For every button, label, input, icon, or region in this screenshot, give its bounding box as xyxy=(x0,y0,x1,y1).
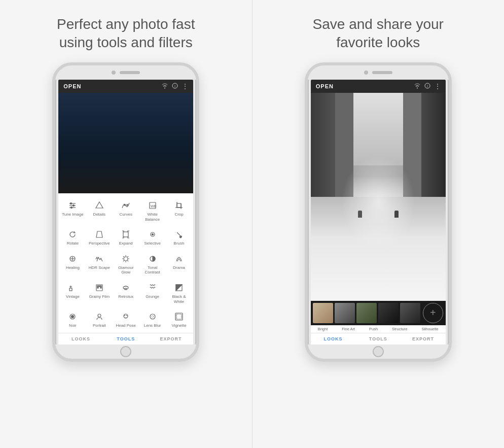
svg-line-33 xyxy=(123,260,124,261)
add-look-button[interactable]: + xyxy=(423,303,443,323)
drama-label: Drama xyxy=(173,265,185,270)
speaker-right xyxy=(372,71,392,74)
svg-line-32 xyxy=(128,256,129,257)
tool-retrolux[interactable]: Retrolux xyxy=(114,280,138,306)
left-panel: Perfect any photo fastusing tools and fi… xyxy=(0,0,252,448)
more-icon-left[interactable]: ⋮ xyxy=(182,83,188,90)
svg-point-48 xyxy=(71,316,74,318)
right-app-title: OPEN xyxy=(316,83,334,89)
svg-line-31 xyxy=(128,260,129,261)
svg-rect-54 xyxy=(176,314,182,319)
right-app-bar: OPEN i ⋮ xyxy=(311,80,446,93)
grainy-film-label: Grainy Film xyxy=(89,294,110,299)
left-bottom-tabs: LOOKS TOOLS EXPORT xyxy=(58,333,193,344)
tune-icon xyxy=(68,200,77,211)
right-headline: Save and share yourfavorite looks xyxy=(313,15,444,52)
tool-head-pose[interactable]: Head Pose xyxy=(114,308,138,331)
tonal-contrast-label: Tonal Contrast xyxy=(141,265,163,275)
tool-hdr-scape[interactable]: HDR Scape xyxy=(87,251,112,278)
noir-label: Noir xyxy=(69,323,77,328)
svg-marker-17 xyxy=(96,231,102,237)
tool-crop[interactable]: Crop xyxy=(167,197,191,224)
healing-icon xyxy=(68,253,77,264)
retrolux-label: Retrolux xyxy=(118,294,133,299)
look-thumb-bright[interactable] xyxy=(313,303,333,323)
hdr-scape-label: HDR Scape xyxy=(89,265,110,270)
tab-export-left[interactable]: EXPORT xyxy=(149,336,194,341)
rotate-label: Rotate xyxy=(67,241,79,246)
tool-glamour-glow[interactable]: Glamour Glow xyxy=(114,251,138,278)
look-thumb-silhouette[interactable] xyxy=(400,303,420,323)
white-balance-label: White Balance xyxy=(141,212,163,222)
svg-marker-8 xyxy=(96,202,103,208)
tool-curves[interactable]: Curves xyxy=(114,197,138,224)
tool-noir[interactable]: Noir xyxy=(60,308,85,331)
figure-right xyxy=(394,211,399,218)
svg-point-52 xyxy=(152,316,154,318)
tool-healing[interactable]: Healing xyxy=(60,251,85,278)
svg-rect-18 xyxy=(123,232,128,237)
svg-point-50 xyxy=(124,314,128,318)
tool-expand[interactable]: Expand xyxy=(114,226,138,249)
expand-icon xyxy=(121,229,130,240)
svg-rect-42 xyxy=(97,287,98,288)
phone-top-bar-right xyxy=(308,65,449,80)
rotate-icon xyxy=(68,229,77,240)
tool-portrait[interactable]: Portrait xyxy=(87,308,112,331)
vintage-icon xyxy=(68,282,77,293)
tune-image-label: Tune Image xyxy=(62,212,83,217)
tool-details[interactable]: Details xyxy=(87,197,112,224)
right-phone: OPEN i ⋮ xyxy=(305,62,452,362)
svg-point-25 xyxy=(124,257,128,261)
bw-city-photo xyxy=(311,93,446,301)
speaker-left xyxy=(120,71,140,74)
wb-icon: WB xyxy=(148,200,157,211)
svg-rect-35 xyxy=(69,288,72,291)
wifi-icon-right[interactable] xyxy=(414,83,420,90)
tab-looks-left[interactable]: LOOKS xyxy=(58,336,103,341)
tool-tonal-contrast[interactable]: Tonal Contrast xyxy=(140,251,164,278)
brush-icon xyxy=(174,229,184,240)
tool-lens-blur[interactable]: Lens Blur xyxy=(140,308,164,331)
tab-tools-left[interactable]: TOOLS xyxy=(103,336,149,341)
tool-vintage[interactable]: Vintage xyxy=(60,280,85,306)
tab-export-right[interactable]: EXPORT xyxy=(401,336,446,341)
look-label-structure: Structure xyxy=(392,327,407,331)
wifi-icon[interactable] xyxy=(162,83,168,90)
tab-tools-right[interactable]: TOOLS xyxy=(355,336,401,341)
lensblur-icon xyxy=(148,311,157,322)
home-button-left[interactable] xyxy=(120,346,131,357)
info-icon-right[interactable]: i xyxy=(424,83,430,90)
more-icon-right[interactable]: ⋮ xyxy=(435,83,441,90)
tool-tune-image[interactable]: Tune Image xyxy=(60,197,85,224)
details-label: Details xyxy=(93,212,105,217)
look-thumb-push[interactable] xyxy=(356,303,377,323)
info-icon-left[interactable]: i xyxy=(172,83,178,90)
look-label-fine-art: Fine Art xyxy=(342,327,355,331)
home-button-right[interactable] xyxy=(373,346,384,357)
portrait-label: Portrait xyxy=(93,323,106,328)
look-thumb-fine-art[interactable] xyxy=(335,303,355,323)
look-thumb-structure[interactable] xyxy=(378,303,399,323)
look-label-silhouette: Silhouette xyxy=(421,327,438,331)
tool-rotate[interactable]: Rotate xyxy=(60,226,85,249)
tool-brush[interactable]: Brush xyxy=(167,226,191,249)
tool-drama[interactable]: Drama xyxy=(167,251,191,278)
tab-looks-right[interactable]: LOOKS xyxy=(311,336,356,341)
portrait-icon xyxy=(95,311,104,322)
svg-rect-16 xyxy=(177,203,181,208)
svg-point-5 xyxy=(73,205,75,206)
right-app-icons: i ⋮ xyxy=(414,83,441,90)
left-headline: Perfect any photo fastusing tools and fi… xyxy=(57,15,195,52)
tool-grunge[interactable]: Grunge xyxy=(140,280,164,306)
grunge-label: Grunge xyxy=(146,294,159,299)
tool-perspective[interactable]: Perspective xyxy=(87,226,112,249)
drama-icon xyxy=(174,253,184,264)
tool-grainy-film[interactable]: Grainy Film xyxy=(87,280,112,306)
tool-selective[interactable]: Selective xyxy=(140,226,164,249)
tool-vignette[interactable]: Vignette xyxy=(167,308,191,331)
tool-white-balance[interactable]: WB White Balance xyxy=(140,197,164,224)
svg-line-30 xyxy=(123,256,124,257)
tool-black-white[interactable]: Black & White xyxy=(167,280,191,306)
svg-rect-40 xyxy=(99,286,100,287)
